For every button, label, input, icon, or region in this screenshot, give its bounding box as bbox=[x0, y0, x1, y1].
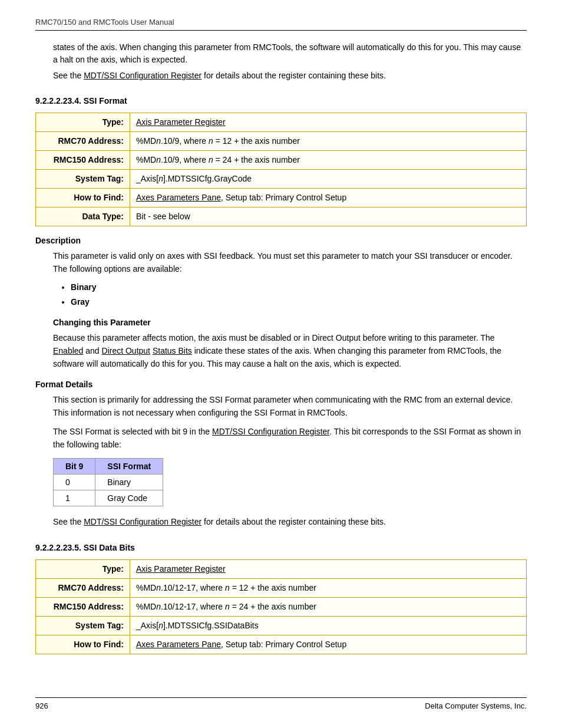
bullet-list: Binary Gray bbox=[71, 281, 527, 308]
mdt-config-link[interactable]: MDT/SSI Configuration Register bbox=[212, 427, 329, 436]
row-label: RMC70 Address: bbox=[36, 132, 130, 151]
intro-para2: See the MDT/SSI Configuration Register f… bbox=[53, 70, 527, 82]
table-row: How to Find: Axes Parameters Pane, Setup… bbox=[36, 635, 527, 654]
table-row: System Tag: _Axis[n].MDTSSICfg.SSIDataBi… bbox=[36, 616, 527, 635]
format-table: Bit 9 SSI Format 0 Binary 1 Gray Code bbox=[53, 458, 163, 506]
how-to-find-link2[interactable]: Axes Parameters Pane bbox=[136, 640, 221, 649]
section2-heading: 9.2.2.2.23.5. SSI Data Bits bbox=[35, 543, 527, 552]
page-footer: 926 Delta Computer Systems, Inc. bbox=[35, 697, 527, 710]
changing-text: Because this parameter affects motion, t… bbox=[53, 332, 527, 370]
table-row: Data Type: Bit - see below bbox=[36, 207, 527, 226]
bullet-binary: Binary bbox=[71, 282, 97, 292]
page-header: RMC70/150 and RMCTools User Manual bbox=[35, 18, 527, 31]
intro-para2-prefix: See the bbox=[53, 71, 84, 80]
section1-info-table: Type: Axis Parameter Register RMC70 Addr… bbox=[35, 113, 527, 226]
row-label: Type: bbox=[36, 113, 130, 132]
intro-mdt-link[interactable]: MDT/SSI Configuration Register bbox=[84, 71, 201, 80]
table-row: System Tag: _Axis[n].MDTSSICfg.GrayCode bbox=[36, 170, 527, 189]
page: RMC70/150 and RMCTools User Manual state… bbox=[0, 0, 562, 728]
format-block: This section is primarily for addressing… bbox=[53, 394, 527, 506]
row-label: System Tag: bbox=[36, 616, 130, 635]
table-row: RMC70 Address: %MDn.10/12-17, where n = … bbox=[36, 578, 527, 597]
list-item: Gray bbox=[71, 296, 527, 308]
page-number: 926 bbox=[35, 701, 48, 710]
direct-output-link[interactable]: Direct Output bbox=[102, 346, 150, 355]
see-suffix: for details about the register containin… bbox=[201, 517, 386, 526]
row-label: RMC150 Address: bbox=[36, 597, 130, 616]
row-value: Axis Parameter Register bbox=[130, 113, 527, 132]
see-prefix: See the bbox=[53, 517, 84, 526]
row-value: Axes Parameters Pane, Setup tab: Primary… bbox=[130, 189, 527, 207]
status-bits-link[interactable]: Status Bits bbox=[153, 346, 192, 355]
format-value: Gray Code bbox=[95, 490, 163, 506]
table-row: 1 Gray Code bbox=[54, 490, 163, 506]
row-value: Axes Parameters Pane, Setup tab: Primary… bbox=[130, 635, 527, 654]
row-value: Bit - see below bbox=[130, 207, 527, 226]
row-label: System Tag: bbox=[36, 170, 130, 189]
type-link[interactable]: Axis Parameter Register bbox=[136, 117, 226, 127]
row-label: Type: bbox=[36, 559, 130, 578]
row-value: %MDn.10/9, where n = 12 + the axis numbe… bbox=[130, 132, 527, 151]
row-label: Data Type: bbox=[36, 207, 130, 226]
format-para2-prefix: The SSI Format is selected with bit 9 in… bbox=[53, 427, 212, 436]
row-value: %MDn.10/9, where n = 24 + the axis numbe… bbox=[130, 151, 527, 170]
table-row: Type: Axis Parameter Register bbox=[36, 113, 527, 132]
row-value: _Axis[n].MDTSSICfg.SSIDataBits bbox=[130, 616, 527, 635]
row-label: How to Find: bbox=[36, 189, 130, 207]
section2-info-table: Type: Axis Parameter Register RMC70 Addr… bbox=[35, 559, 527, 654]
main-content: states of the axis. When changing this p… bbox=[35, 41, 527, 697]
table-row: Type: Axis Parameter Register bbox=[36, 559, 527, 578]
col-ssi-format: SSI Format bbox=[95, 459, 163, 475]
format-heading: Format Details bbox=[35, 380, 527, 389]
bit-value: 1 bbox=[54, 490, 95, 506]
row-value: _Axis[n].MDTSSICfg.GrayCode bbox=[130, 170, 527, 189]
list-item: Binary bbox=[71, 281, 527, 294]
type-link2[interactable]: Axis Parameter Register bbox=[136, 564, 226, 574]
bullet-gray: Gray bbox=[71, 297, 90, 307]
table-row: RMC150 Address: %MDn.10/9, where n = 24 … bbox=[36, 151, 527, 170]
description-text: This parameter is valid only on axes wit… bbox=[53, 250, 527, 275]
table-header-row: Bit 9 SSI Format bbox=[54, 459, 163, 475]
row-value: %MDn.10/12-17, where n = 24 + the axis n… bbox=[130, 597, 527, 616]
description-heading: Description bbox=[35, 236, 527, 245]
see-mdt-link[interactable]: MDT/SSI Configuration Register bbox=[84, 517, 201, 526]
table-row: RMC70 Address: %MDn.10/9, where n = 12 +… bbox=[36, 132, 527, 151]
see-also-text: See the MDT/SSI Configuration Register f… bbox=[53, 516, 527, 529]
row-value: Axis Parameter Register bbox=[130, 559, 527, 578]
row-value: %MDn.10/12-17, where n = 12 + the axis n… bbox=[130, 578, 527, 597]
format-para1: This section is primarily for addressing… bbox=[53, 394, 527, 419]
company-name: Delta Computer Systems, Inc. bbox=[425, 701, 527, 710]
table-row: How to Find: Axes Parameters Pane, Setup… bbox=[36, 189, 527, 207]
row-label: How to Find: bbox=[36, 635, 130, 654]
description-block: This parameter is valid only on axes wit… bbox=[53, 250, 527, 370]
see-also-block: See the MDT/SSI Configuration Register f… bbox=[53, 516, 527, 529]
format-para2: The SSI Format is selected with bit 9 in… bbox=[53, 426, 527, 451]
section1-heading: 9.2.2.2.23.4. SSI Format bbox=[35, 96, 527, 106]
how-to-find-link[interactable]: Axes Parameters Pane bbox=[136, 193, 221, 202]
row-label: RMC70 Address: bbox=[36, 578, 130, 597]
row-label: RMC150 Address: bbox=[36, 151, 130, 170]
table-row: 0 Binary bbox=[54, 475, 163, 490]
intro-para1: states of the axis. When changing this p… bbox=[53, 41, 527, 66]
col-bit9: Bit 9 bbox=[54, 459, 95, 475]
enabled-link[interactable]: Enabled bbox=[53, 346, 83, 355]
table-row: RMC150 Address: %MDn.10/12-17, where n =… bbox=[36, 597, 527, 616]
format-value: Binary bbox=[95, 475, 163, 490]
changing-heading: Changing this Parameter bbox=[53, 318, 527, 327]
intro-block: states of the axis. When changing this p… bbox=[53, 41, 527, 82]
bit-value: 0 bbox=[54, 475, 95, 490]
intro-para2-suffix: for details about the register containin… bbox=[201, 71, 386, 80]
header-text: RMC70/150 and RMCTools User Manual bbox=[35, 18, 174, 27]
